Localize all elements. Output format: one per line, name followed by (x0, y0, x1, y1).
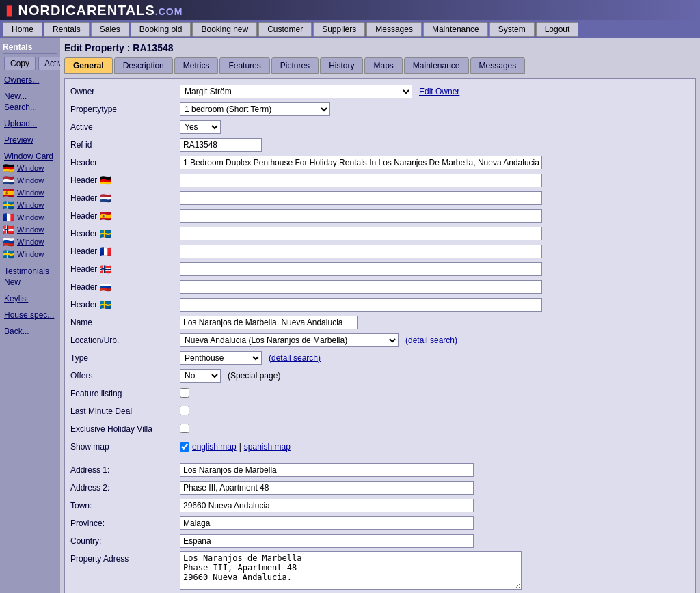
header-sv2-input[interactable] (180, 298, 542, 312)
show-map-checkbox[interactable] (180, 442, 189, 452)
header-nl-value-container (180, 191, 690, 205)
location-select[interactable]: Nueva Andalucia (Los Naranjos de Marbell… (180, 333, 399, 347)
town-label: Town: (70, 501, 180, 510)
nav-maintenance[interactable]: Maintenance (423, 22, 488, 37)
address1-input[interactable] (180, 463, 474, 477)
tab-metrics[interactable]: Metrics (174, 57, 219, 74)
nav-customer[interactable]: Customer (258, 22, 312, 37)
last-minute-checkbox[interactable] (180, 406, 189, 415)
province-value-container (180, 516, 690, 530)
address1-label: Address 1: (70, 465, 180, 475)
header-row: Header (70, 155, 690, 170)
nav-suppliers[interactable]: Suppliers (313, 22, 365, 37)
town-input[interactable] (180, 499, 474, 512)
edit-owner-link[interactable]: Edit Owner (419, 87, 459, 96)
province-input[interactable] (180, 516, 474, 530)
refid-input[interactable]: RA13548 (180, 138, 262, 152)
sidebar-item-preview[interactable]: Preview (3, 135, 57, 146)
refid-label: Ref id (70, 140, 180, 150)
header-input[interactable] (180, 156, 542, 169)
property-address-row: Property Adress Los Naranjos de Marbella… (70, 551, 690, 592)
country-input[interactable] (180, 534, 474, 548)
header-label: Header (70, 158, 180, 167)
sidebar-item-keylist[interactable]: Keylist (3, 293, 57, 304)
header-ru-input[interactable] (180, 280, 542, 294)
header-nl-input[interactable] (180, 191, 542, 205)
tab-general[interactable]: General (64, 57, 113, 74)
header-fr-input[interactable] (180, 245, 542, 258)
active-select[interactable]: Yes (180, 120, 221, 134)
owner-value-container: Margit Ström Edit Owner (180, 85, 690, 98)
header-es-label-container: Header 🇪🇸 (70, 210, 180, 221)
sidebar-item-new-testimonial[interactable]: New (3, 277, 57, 288)
show-map-label: Show map (70, 442, 180, 452)
sidebar-window-fr[interactable]: 🇫🇷 Window (3, 211, 57, 223)
header-sv2-label-container: Header 🇸🇪 (70, 299, 180, 310)
flag-es-header-icon: 🇪🇸 (100, 210, 111, 221)
sidebar-item-back[interactable]: Back... (3, 326, 57, 337)
name-input[interactable] (180, 316, 358, 329)
sidebar-window-sv[interactable]: 🇸🇪 Window (3, 199, 57, 211)
tab-history[interactable]: History (320, 57, 363, 74)
sidebar-window-nl[interactable]: 🇳🇱 Window (3, 174, 57, 187)
propertytype-select[interactable]: 1 bedroom (Short Term) (180, 102, 330, 116)
nav-rentals[interactable]: Rentals (44, 22, 90, 37)
country-label: Country: (70, 536, 180, 546)
location-detail-link[interactable]: (detail search) (405, 335, 457, 345)
header-sv-input[interactable] (180, 227, 542, 240)
feature-listing-checkbox[interactable] (180, 388, 189, 398)
type-value-container: Penthouse (detail search) (180, 351, 690, 365)
flag-no-icon: 🇳🇴 (3, 224, 14, 235)
sidebar-window-de[interactable]: 🇩🇪 Window (3, 162, 57, 174)
offers-select[interactable]: No (180, 369, 221, 383)
sidebar-item-testimonials[interactable]: Testimonials (3, 266, 57, 277)
sidebar-item-new[interactable]: New... (3, 91, 57, 102)
flag-ru-header-icon: 🇷🇺 (100, 281, 111, 292)
sidebar-item-upload[interactable]: Upload... (3, 118, 57, 129)
nav-booking-old[interactable]: Booking old (131, 22, 191, 37)
sidebar-window-no[interactable]: 🇳🇴 Window (3, 223, 57, 236)
tab-pictures[interactable]: Pictures (271, 57, 319, 74)
sidebar-window-sv2[interactable]: 🇸🇪 Window (3, 248, 57, 260)
tab-maps[interactable]: Maps (364, 57, 402, 74)
nav-messages[interactable]: Messages (366, 22, 422, 37)
address2-value-container (180, 481, 690, 495)
tab-description[interactable]: Description (114, 57, 173, 74)
sidebar-item-owners[interactable]: Owners... (3, 74, 57, 85)
active-label: Active (70, 122, 180, 132)
nav-sales[interactable]: Sales (91, 22, 129, 37)
nav-system[interactable]: System (489, 22, 535, 37)
logo-icon: ▮ (5, 3, 14, 18)
type-select[interactable]: Penthouse (180, 351, 262, 365)
sidebar-window-ru[interactable]: 🇷🇺 Window (3, 236, 57, 248)
english-map-link[interactable]: english map (192, 442, 237, 452)
copy-button[interactable]: Copy (4, 57, 36, 70)
tab-features[interactable]: Features (219, 57, 269, 74)
flag-fr-header-icon: 🇫🇷 (100, 246, 111, 257)
sidebar-item-window-card[interactable]: Window Card (3, 151, 57, 162)
type-row: Type Penthouse (detail search) (70, 350, 690, 366)
form-container: Owner Margit Ström Edit Owner Propertyty… (64, 78, 696, 593)
top-header: ▮ NORDICARENTALS.COM (0, 0, 700, 20)
sidebar-item-house-spec[interactable]: House spec... (3, 309, 57, 320)
sidebar-window-es[interactable]: 🇪🇸 Window (3, 187, 57, 199)
tab-messages[interactable]: Messages (470, 57, 526, 74)
header-es-input[interactable] (180, 209, 542, 223)
nav-logout[interactable]: Logout (536, 22, 579, 37)
flag-ru-icon: 🇷🇺 (3, 236, 14, 247)
header-no-input[interactable] (180, 262, 542, 276)
type-detail-link[interactable]: (detail search) (269, 353, 321, 363)
header-de-input[interactable] (180, 174, 542, 187)
owner-select[interactable]: Margit Ström (180, 85, 412, 98)
country-value-container (180, 534, 690, 548)
header-sv2-value-container (180, 298, 690, 312)
tab-maintenance[interactable]: Maintenance (404, 57, 469, 74)
nav-booking-new[interactable]: Booking new (192, 22, 257, 37)
property-address-textarea[interactable]: Los Naranjos de Marbella Phase III, Apar… (180, 551, 522, 590)
address2-input[interactable] (180, 481, 474, 495)
nav-home[interactable]: Home (3, 22, 42, 37)
owner-row: Owner Margit Ström Edit Owner (70, 84, 690, 99)
spanish-map-link[interactable]: spanish map (244, 442, 291, 452)
sidebar-item-search[interactable]: Search... (3, 102, 57, 113)
exclusive-checkbox[interactable] (180, 424, 189, 433)
